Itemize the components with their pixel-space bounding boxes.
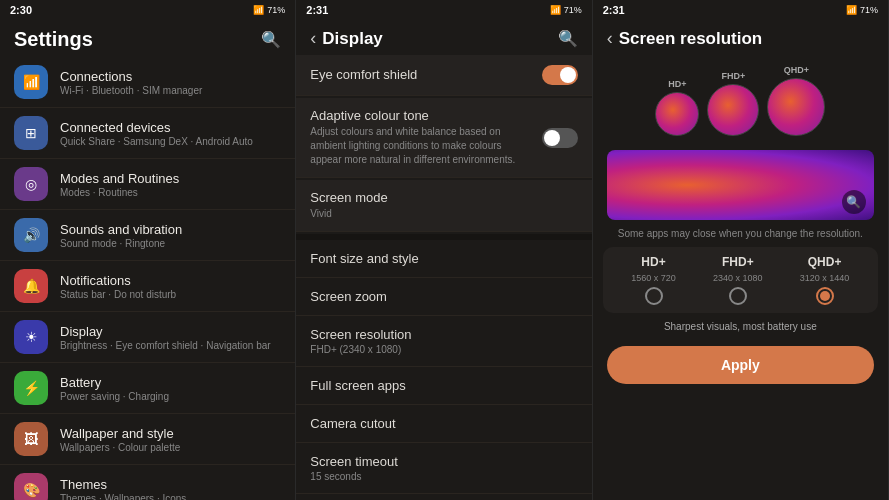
eye-comfort-toggle[interactable] — [542, 65, 578, 85]
preview-fhd[interactable]: FHD+ — [707, 71, 759, 136]
eye-comfort-title: Eye comfort shield — [310, 67, 417, 82]
modes-icon: ◎ — [14, 167, 48, 201]
back-button-display[interactable]: ‹ Display — [310, 28, 382, 49]
settings-item-sounds[interactable]: 🔊 Sounds and vibration Sound mode · Ring… — [0, 210, 295, 261]
preview-hd-circle — [655, 92, 699, 136]
preview-hd[interactable]: HD+ — [655, 79, 699, 136]
signal-icon-2: 📶 — [550, 5, 561, 15]
search-icon-1[interactable]: 🔍 — [261, 30, 281, 49]
settings-item-display[interactable]: ☀ Display Brightness · Eye comfort shiel… — [0, 312, 295, 363]
display-section-adaptive[interactable]: Adaptive colour tone Adjust colours and … — [296, 98, 591, 178]
settings-panel: 2:30 📶 71% Settings 🔍 📶 Connections Wi-F… — [0, 0, 296, 500]
settings-item-connections[interactable]: 📶 Connections Wi-Fi · Bluetooth · SIM ma… — [0, 57, 295, 108]
font-size-title: Font size and style — [310, 251, 577, 266]
resolution-page-title: Screen resolution — [619, 29, 763, 49]
settings-item-battery[interactable]: ⚡ Battery Power saving · Charging — [0, 363, 295, 414]
notifications-text: Notifications Status bar · Do not distur… — [60, 273, 281, 300]
status-icons-1: 📶 71% — [253, 5, 285, 15]
connections-subtitle: Wi-Fi · Bluetooth · SIM manager — [60, 85, 281, 96]
resolution-option-qhd[interactable]: QHD+ 3120 x 1440 — [800, 255, 850, 305]
display-item-full-screen[interactable]: Full screen apps — [296, 367, 591, 405]
preview-fhd-circle — [707, 84, 759, 136]
signal-icon-3: 📶 — [846, 5, 857, 15]
preview-hd-label: HD+ — [668, 79, 686, 89]
back-chevron-icon: ‹ — [310, 28, 316, 49]
notifications-subtitle: Status bar · Do not disturb — [60, 289, 281, 300]
wallpaper-text: Wallpaper and style Wallpapers · Colour … — [60, 426, 281, 453]
notifications-icon: 🔔 — [14, 269, 48, 303]
settings-item-connected-devices[interactable]: ⊞ Connected devices Quick Share · Samsun… — [0, 108, 295, 159]
hd-option-title: HD+ — [641, 255, 665, 269]
hd-option-sub: 1560 x 720 — [631, 273, 676, 283]
screen-timeout-value: 15 seconds — [310, 471, 577, 482]
screen-mode-title: Screen mode — [310, 190, 577, 205]
back-chevron-icon-2: ‹ — [607, 28, 613, 49]
screen-zoom-title: Screen zoom — [310, 289, 577, 304]
notifications-title: Notifications — [60, 273, 281, 288]
display-text: Display Brightness · Eye comfort shield … — [60, 324, 281, 351]
back-button-resolution[interactable]: ‹ Screen resolution — [607, 28, 763, 49]
settings-item-themes[interactable]: 🎨 Themes Themes · Wallpapers · Icons — [0, 465, 295, 500]
settings-title: Settings — [14, 28, 93, 51]
connections-icon: 📶 — [14, 65, 48, 99]
modes-title: Modes and Routines — [60, 171, 281, 186]
search-icon-2[interactable]: 🔍 — [558, 29, 578, 48]
status-icons-3: 📶 71% — [846, 5, 878, 15]
resolution-description: Sharpest visuals, most battery use — [593, 313, 888, 340]
qhd-option-title: QHD+ — [808, 255, 842, 269]
themes-icon: 🎨 — [14, 473, 48, 500]
connections-title: Connections — [60, 69, 281, 84]
display-item-easy[interactable]: Easy mode — [296, 494, 591, 500]
wallpaper-subtitle: Wallpapers · Colour palette — [60, 442, 281, 453]
preview-qhd[interactable]: QHD+ — [767, 65, 825, 136]
resolution-notice: Some apps may close when you change the … — [593, 224, 888, 247]
display-header: ‹ Display 🔍 — [296, 20, 591, 55]
display-item-camera[interactable]: Camera cutout — [296, 405, 591, 443]
modes-subtitle: Modes · Routines — [60, 187, 281, 198]
settings-item-notifications[interactable]: 🔔 Notifications Status bar · Do not dist… — [0, 261, 295, 312]
battery-title: Battery — [60, 375, 281, 390]
preview-fhd-label: FHD+ — [721, 71, 745, 81]
status-bar-2: 2:31 📶 71% — [296, 0, 591, 20]
themes-title: Themes — [60, 477, 281, 492]
settings-item-modes[interactable]: ◎ Modes and Routines Modes · Routines — [0, 159, 295, 210]
screen-mode-value: Vivid — [310, 207, 577, 221]
apply-button[interactable]: Apply — [607, 346, 874, 384]
status-bar-3: 2:31 📶 71% — [593, 0, 888, 20]
display-item-font[interactable]: Font size and style — [296, 240, 591, 278]
screen-resolution-title: Screen resolution — [310, 327, 577, 342]
qhd-option-sub: 3120 x 1440 — [800, 273, 850, 283]
battery-subtitle: Power saving · Charging — [60, 391, 281, 402]
connected-devices-text: Connected devices Quick Share · Samsung … — [60, 120, 281, 147]
resolution-panel: 2:31 📶 71% ‹ Screen resolution HD+ FHD+ … — [593, 0, 889, 500]
resolution-option-hd[interactable]: HD+ 1560 x 720 — [631, 255, 676, 305]
qhd-radio[interactable] — [816, 287, 834, 305]
display-panel: 2:31 📶 71% ‹ Display 🔍 Eye comfort shiel… — [296, 0, 592, 500]
connected-devices-subtitle: Quick Share · Samsung DeX · Android Auto — [60, 136, 281, 147]
resolution-option-fhd[interactable]: FHD+ 2340 x 1080 — [713, 255, 763, 305]
display-title: Display — [60, 324, 281, 339]
resolution-large-preview: 🔍 — [607, 150, 874, 220]
display-list: Eye comfort shield Adaptive colour tone … — [296, 55, 591, 500]
themes-text: Themes Themes · Wallpapers · Icons — [60, 477, 281, 501]
battery-icon: ⚡ — [14, 371, 48, 405]
resolution-options: HD+ 1560 x 720 FHD+ 2340 x 1080 QHD+ 312… — [603, 247, 878, 313]
fhd-radio[interactable] — [729, 287, 747, 305]
display-item-zoom[interactable]: Screen zoom — [296, 278, 591, 316]
resolution-header: ‹ Screen resolution — [593, 20, 888, 55]
display-item-timeout[interactable]: Screen timeout 15 seconds — [296, 443, 591, 494]
settings-item-wallpaper[interactable]: 🖼 Wallpaper and style Wallpapers · Colou… — [0, 414, 295, 465]
display-item-resolution[interactable]: Screen resolution FHD+ (2340 x 1080) — [296, 316, 591, 367]
preview-badge: 🔍 — [842, 190, 866, 214]
screen-resolution-value: FHD+ (2340 x 1080) — [310, 344, 577, 355]
adaptive-colour-toggle[interactable] — [542, 128, 578, 148]
hd-radio[interactable] — [645, 287, 663, 305]
display-section-screen-mode[interactable]: Screen mode Vivid — [296, 180, 591, 232]
status-bar-1: 2:30 📶 71% — [0, 0, 295, 20]
display-section-eye-comfort[interactable]: Eye comfort shield — [296, 55, 591, 96]
settings-list: 📶 Connections Wi-Fi · Bluetooth · SIM ma… — [0, 57, 295, 500]
connected-devices-icon: ⊞ — [14, 116, 48, 150]
battery-text: Battery Power saving · Charging — [60, 375, 281, 402]
time-1: 2:30 — [10, 4, 32, 16]
connections-text: Connections Wi-Fi · Bluetooth · SIM mana… — [60, 69, 281, 96]
